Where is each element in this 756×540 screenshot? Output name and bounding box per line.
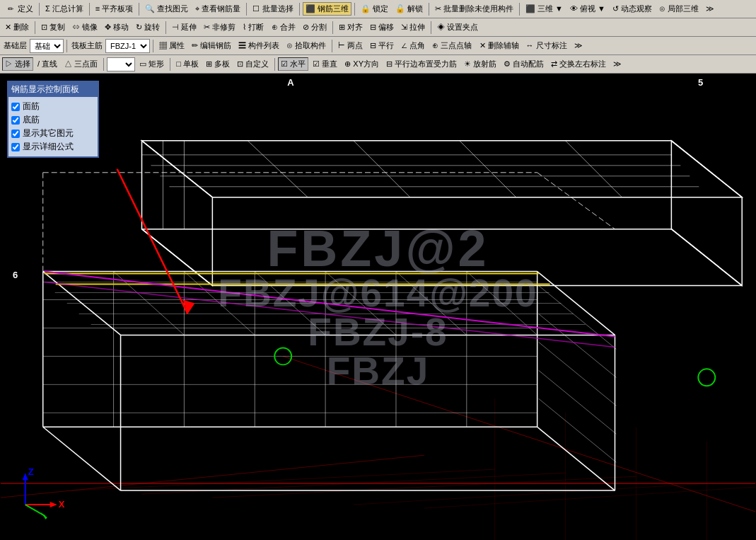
btn-stretch[interactable]: ⇲ 拉伸 — [398, 21, 428, 34]
btn-multi-board[interactable]: ⊞ 多板 — [203, 57, 233, 71]
vp-label-6: 6 — [13, 270, 18, 280]
btn-radial[interactable]: ☀ 放射筋 — [461, 57, 499, 71]
btn-set-grip[interactable]: ◈ 设置夹点 — [434, 21, 481, 34]
btn-component-list[interactable]: ☰ 构件列表 — [235, 39, 282, 52]
btn-move[interactable]: ✥ 移动 — [102, 21, 132, 34]
svg-line-16 — [671, 229, 742, 286]
menu-local-3d[interactable]: ⊙ 局部三维 — [656, 2, 702, 16]
btn-mode-line[interactable]: / 直线 — [35, 57, 60, 71]
board-select[interactable]: FBZJ-1 — [105, 39, 150, 53]
svg-line-74 — [45, 282, 615, 347]
btn-two-point[interactable]: ⊢ 两点 — [335, 39, 366, 52]
svg-text:X: X — [59, 499, 65, 510]
menu-lock[interactable]: 🔒 锁定 — [358, 2, 391, 16]
sep-r4-2 — [170, 58, 170, 71]
sep-r4-1 — [103, 58, 104, 71]
vp-label-a: A — [287, 77, 293, 88]
btn-more-r3[interactable]: ≫ — [571, 40, 586, 52]
svg-line-35 — [43, 427, 121, 490]
svg-line-22 — [566, 141, 622, 197]
menu-unlock[interactable]: 🔓 解锁 — [392, 2, 426, 16]
menu-batch-select[interactable]: ☐ 批量选择 — [250, 2, 296, 16]
menu-more[interactable]: ≫ — [703, 3, 717, 15]
checkbox-detail[interactable] — [11, 143, 20, 151]
toolbar-row1: ✏ 定义 Σ 汇总计算 ≡ 平齐板项 🔍 查找图元 ⌖ 查看钢筋量 ☐ 批量选择… — [0, 0, 756, 18]
btn-delete-aux-axis[interactable]: ✕ 删除辅轴 — [477, 39, 522, 52]
btn-dimension[interactable]: ↔ 尺寸标注 — [523, 39, 570, 52]
btn-more-r4[interactable]: ≫ — [610, 58, 624, 70]
sep6 — [354, 3, 355, 16]
btn-horizontal[interactable]: ☑ 水平 — [278, 57, 308, 71]
btn-merge[interactable]: ⊕ 合并 — [269, 21, 298, 34]
btn-single-board[interactable]: □ 单板 — [173, 57, 202, 71]
btn-mirror[interactable]: ⇔ 镜像 — [69, 21, 100, 34]
btn-auto-rebar[interactable]: ⚙ 自动配筋 — [501, 57, 547, 71]
btn-parallel[interactable]: ⊟ 平行 — [367, 39, 397, 52]
menu-batch-delete[interactable]: ✂ 批量删除未使用构件 — [432, 2, 516, 16]
menu-3d[interactable]: ⬛ 三维 ▼ — [523, 2, 566, 16]
svg-line-56 — [539, 398, 617, 462]
btn-vertical[interactable]: ☑ 垂直 — [310, 57, 340, 71]
btn-copy[interactable]: ⊡ 复制 — [38, 21, 68, 34]
checkbox-face[interactable] — [11, 103, 20, 111]
btn-break[interactable]: ⌇ 打断 — [240, 21, 267, 34]
panel-title: 钢筋显示控制面板 — [8, 82, 98, 97]
btn-rect[interactable]: ▭ 矩形 — [136, 57, 167, 71]
board-label: 筏板主筋 — [70, 40, 104, 51]
shape-select[interactable] — [107, 57, 135, 71]
btn-mode-select[interactable]: ▷ 选择 — [2, 57, 33, 71]
panel-item-detail-label: 显示详细公式 — [23, 141, 74, 153]
btn-point-angle[interactable]: ∠ 点角 — [398, 39, 428, 52]
layer-select[interactable]: 基础 — [30, 39, 64, 53]
svg-line-21 — [460, 141, 516, 197]
sep1 — [39, 3, 40, 16]
btn-property[interactable]: ▦ 属性 — [156, 39, 187, 52]
menu-dynamic-observe[interactable]: ↺ 动态观察 — [610, 2, 655, 16]
sep-r4-3 — [274, 58, 275, 71]
menu-top-view[interactable]: 👁 俯视 ▼ — [567, 2, 608, 16]
btn-edit-rebar[interactable]: ✏ 编辑钢筋 — [189, 39, 234, 52]
btn-extend[interactable]: ⊣ 延伸 — [169, 21, 199, 34]
btn-delete[interactable]: ✕ 删除 — [2, 21, 32, 34]
btn-three-point-axis[interactable]: ⊕ 三点点轴 — [429, 39, 475, 52]
svg-line-55 — [539, 370, 617, 434]
sep8 — [519, 3, 520, 16]
btn-rotate[interactable]: ↻ 旋转 — [133, 21, 163, 34]
checkbox-bottom[interactable] — [11, 116, 20, 125]
define-icon: ✏ — [5, 4, 16, 15]
svg-marker-14 — [671, 141, 742, 286]
wireframe-3d: Z X — [0, 74, 756, 540]
svg-marker-83 — [50, 502, 57, 507]
btn-swap-label[interactable]: ⇄ 交换左右标注 — [548, 57, 609, 71]
btn-split[interactable]: ⊘ 分割 — [300, 21, 330, 34]
menu-find[interactable]: 🔍 查找图元 — [142, 2, 191, 16]
btn-custom[interactable]: ⊡ 自定义 — [234, 57, 272, 71]
menu-define[interactable]: ✏ 定义 — [2, 2, 36, 16]
svg-text:Z: Z — [28, 466, 34, 477]
control-panel[interactable]: 钢筋显示控制面板 面筋 底筋 显示其它图元 显示详细公式 — [7, 81, 99, 158]
sep-r3-3 — [332, 40, 332, 52]
btn-parallel-edge[interactable]: ⊟ 平行边布置受力筋 — [383, 57, 460, 71]
menu-view-rebar[interactable]: ⌖ 查看钢筋量 — [192, 2, 243, 16]
panel-item-face: 面筋 — [11, 100, 95, 113]
svg-line-17 — [142, 229, 213, 286]
btn-align[interactable]: ⊞ 对齐 — [336, 21, 366, 34]
btn-xy-dir[interactable]: ⊕ XY方向 — [342, 57, 382, 71]
btn-trim[interactable]: ✂ 非修剪 — [201, 21, 238, 34]
sep5 — [299, 3, 300, 16]
main-viewport[interactable]: Z X FBZJ@2 FBZJ@614@200 FBZJ-8 FBZJ A 5 … — [0, 74, 756, 540]
svg-line-20 — [354, 141, 410, 197]
checkbox-other[interactable] — [11, 130, 20, 138]
svg-line-2 — [1, 455, 424, 498]
btn-offset[interactable]: ⊟ 偏移 — [367, 21, 397, 34]
btn-mode-three-point[interactable]: △ 三点面 — [62, 57, 100, 71]
menu-rebar-3d[interactable]: ⬛ 钢筋三维 — [303, 2, 351, 16]
sep-r2-3 — [332, 21, 333, 34]
toolbar-row2: ✕ 删除 ⊡ 复制 ⇔ 镜像 ✥ 移动 ↻ 旋转 ⊣ 延伸 ✂ 非修剪 ⌇ 打断… — [0, 18, 756, 37]
panel-item-detail: 显示详细公式 — [11, 140, 95, 154]
menu-summary[interactable]: Σ 汇总计算 — [42, 2, 86, 16]
svg-line-70 — [537, 173, 615, 229]
menu-align-board[interactable]: ≡ 平齐板项 — [93, 2, 136, 16]
btn-pick-component[interactable]: ⊙ 拾取构件 — [284, 39, 329, 52]
panel-item-bottom-label: 底筋 — [23, 114, 40, 126]
